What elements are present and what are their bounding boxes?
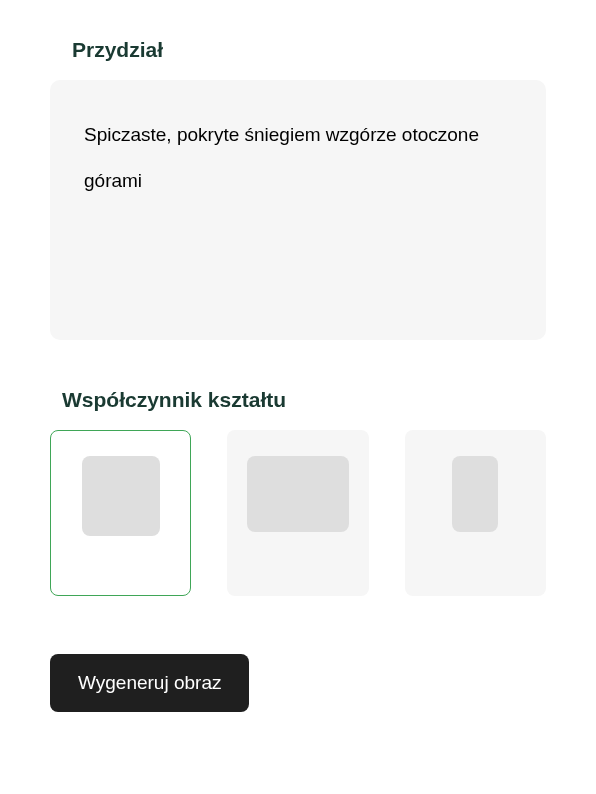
aspect-option-square[interactable] [50, 430, 191, 596]
aspect-ratio-options [50, 430, 546, 596]
square-icon [82, 456, 160, 536]
prompt-label: Przydział [72, 38, 546, 62]
prompt-text: Spiczaste, pokryte śniegiem wzgórze otoc… [84, 112, 512, 203]
generate-button[interactable]: Wygeneruj obraz [50, 654, 249, 712]
landscape-icon [247, 456, 349, 532]
aspect-option-portrait[interactable] [405, 430, 546, 596]
aspect-ratio-label: Współczynnik kształtu [62, 388, 546, 412]
prompt-input-box[interactable]: Spiczaste, pokryte śniegiem wzgórze otoc… [50, 80, 546, 340]
portrait-icon [452, 456, 498, 532]
prompt-section: Przydział Spiczaste, pokryte śniegiem wz… [50, 38, 546, 340]
aspect-ratio-section: Współczynnik kształtu [50, 388, 546, 596]
aspect-option-landscape[interactable] [227, 430, 368, 596]
